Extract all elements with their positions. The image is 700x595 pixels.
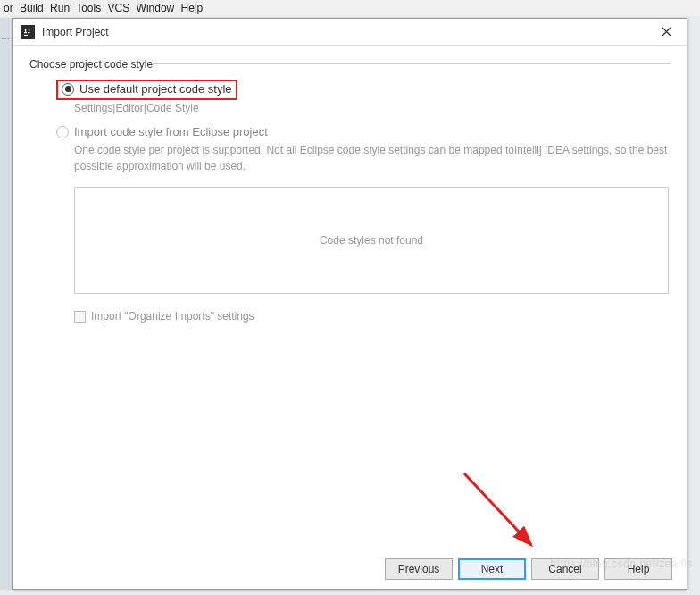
menu-item[interactable]: or xyxy=(4,2,13,14)
radio-group: Import code style from Eclipse project xyxy=(56,125,671,138)
menubar: or Build Run Tools VCS Window Help xyxy=(0,0,700,16)
menu-item[interactable]: Tools xyxy=(76,2,101,14)
background-decoration: … xyxy=(1,31,10,41)
import-project-dialog: Import Project Choose project code style… xyxy=(12,18,688,590)
close-icon[interactable] xyxy=(653,19,679,46)
menu-item[interactable]: Window xyxy=(137,2,175,14)
radio-icon[interactable] xyxy=(62,83,74,96)
divider xyxy=(152,63,671,64)
dialog-title: Import Project xyxy=(42,26,653,38)
empty-message: Code styles not found xyxy=(320,234,423,247)
menu-item[interactable]: Build xyxy=(20,2,44,14)
menu-item[interactable]: Run xyxy=(50,2,70,14)
radio-label: Import code style from Eclipse project xyxy=(74,125,268,138)
next-button[interactable]: Next xyxy=(458,558,526,580)
checkbox-icon[interactable] xyxy=(74,311,86,323)
option-description: One code style per project is supported.… xyxy=(74,142,671,174)
menu-item[interactable]: VCS xyxy=(108,2,130,14)
watermark: https://blog.csdn.net/zeal9s xyxy=(551,557,693,570)
fieldset-label: Choose project code style xyxy=(29,58,671,71)
radio-option-eclipse[interactable]: Import code style from Eclipse project xyxy=(56,125,671,138)
radio-icon[interactable] xyxy=(56,126,69,138)
menu-item[interactable]: Help xyxy=(181,2,204,14)
svg-rect-6 xyxy=(28,32,29,33)
svg-rect-3 xyxy=(24,32,27,33)
svg-rect-7 xyxy=(24,35,28,36)
annotation-highlight: Use default project code style xyxy=(56,80,238,100)
radio-option-default[interactable]: Use default project code style xyxy=(62,82,232,96)
intellij-icon xyxy=(21,25,35,39)
radio-label: Use default project code style xyxy=(79,82,232,96)
dialog-content: Choose project code style Use default pr… xyxy=(13,46,687,335)
background-sidebar xyxy=(0,18,12,590)
option-hint: Settings|Editor|Code Style xyxy=(74,102,671,114)
titlebar: Import Project xyxy=(13,19,687,46)
previous-button[interactable]: Previous xyxy=(385,558,453,580)
checkbox-label: Import "Organize Imports" settings xyxy=(91,310,254,323)
code-styles-list: Code styles not found xyxy=(74,187,669,294)
radio-group: Use default project code style xyxy=(56,80,671,100)
checkbox-organize-imports[interactable]: Import "Organize Imports" settings xyxy=(74,310,671,323)
